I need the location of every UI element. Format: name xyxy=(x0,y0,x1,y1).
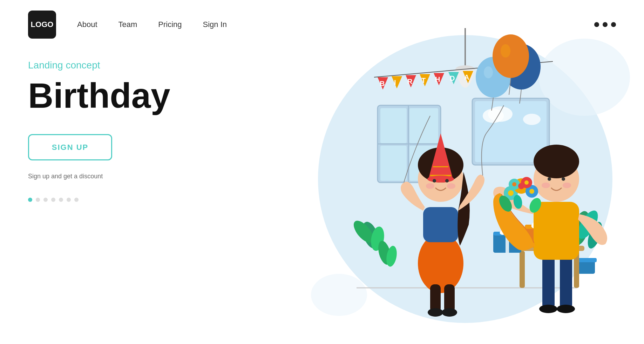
svg-point-102 xyxy=(518,183,524,189)
svg-point-2 xyxy=(311,274,367,316)
svg-point-78 xyxy=(484,66,493,78)
dot-2 xyxy=(603,22,608,27)
svg-point-15 xyxy=(523,114,541,125)
svg-text:T: T xyxy=(421,77,426,84)
svg-point-62 xyxy=(418,233,463,293)
svg-point-72 xyxy=(445,179,449,183)
svg-rect-89 xyxy=(534,202,579,260)
page-dot-6[interactable] xyxy=(67,198,71,202)
page-dot-1[interactable] xyxy=(28,198,32,202)
hero-illustration: B I R T H D A Y xyxy=(258,0,644,344)
page-dot-3[interactable] xyxy=(43,198,48,202)
svg-point-91 xyxy=(534,145,579,178)
svg-point-73 xyxy=(426,183,434,189)
logo[interactable]: LO GO xyxy=(28,11,56,39)
svg-point-1 xyxy=(539,39,630,116)
svg-text:B: B xyxy=(380,80,385,87)
hero-content: Landing concept Birthday SIGN UP Sign up… xyxy=(28,60,210,202)
dot-3 xyxy=(611,22,616,27)
cta-subtext: Sign up and get a discount xyxy=(28,173,210,180)
svg-point-70 xyxy=(427,176,454,183)
nav-team[interactable]: Team xyxy=(118,20,137,29)
header: LO GO About Team Pricing Sign In xyxy=(0,0,644,49)
hero-title: Birthday xyxy=(28,78,210,113)
svg-point-103 xyxy=(529,189,534,194)
dot-1 xyxy=(594,22,599,27)
svg-point-83 xyxy=(428,308,443,317)
svg-point-104 xyxy=(512,182,516,186)
page-dot-4[interactable] xyxy=(51,198,55,202)
nav: About Team Pricing Sign In xyxy=(77,20,227,29)
birthday-scene-svg: B I R T H D A Y xyxy=(269,7,637,337)
svg-point-105 xyxy=(524,180,529,185)
svg-rect-5 xyxy=(380,108,407,143)
svg-rect-86 xyxy=(560,256,572,309)
page-dot-5[interactable] xyxy=(59,198,63,202)
svg-point-88 xyxy=(557,305,575,313)
nav-pricing[interactable]: Pricing xyxy=(158,20,182,29)
more-menu[interactable] xyxy=(594,22,616,27)
page-dot-7[interactable] xyxy=(74,198,79,202)
nav-about[interactable]: About xyxy=(77,20,97,29)
svg-point-84 xyxy=(442,308,457,317)
svg-point-93 xyxy=(562,177,565,181)
svg-rect-63 xyxy=(423,207,458,242)
svg-point-71 xyxy=(433,179,436,183)
signup-button[interactable]: SIGN UP xyxy=(28,134,112,160)
page-dot-2[interactable] xyxy=(36,198,40,202)
svg-rect-7 xyxy=(380,146,407,181)
svg-text:A: A xyxy=(464,73,469,81)
svg-rect-48 xyxy=(520,251,525,288)
svg-point-74 xyxy=(447,183,455,189)
svg-point-95 xyxy=(563,183,571,188)
svg-text:I: I xyxy=(394,79,396,86)
svg-point-92 xyxy=(548,177,551,181)
svg-rect-6 xyxy=(409,108,438,143)
svg-point-87 xyxy=(539,305,557,313)
svg-text:H: H xyxy=(435,75,440,83)
svg-text:R: R xyxy=(407,78,413,85)
page-indicators xyxy=(28,198,210,202)
hero-subtitle: Landing concept xyxy=(28,60,210,71)
svg-point-94 xyxy=(542,183,550,188)
svg-text:D: D xyxy=(450,74,455,82)
nav-signin[interactable]: Sign In xyxy=(203,20,227,29)
svg-rect-85 xyxy=(542,256,555,309)
svg-point-101 xyxy=(508,190,514,196)
